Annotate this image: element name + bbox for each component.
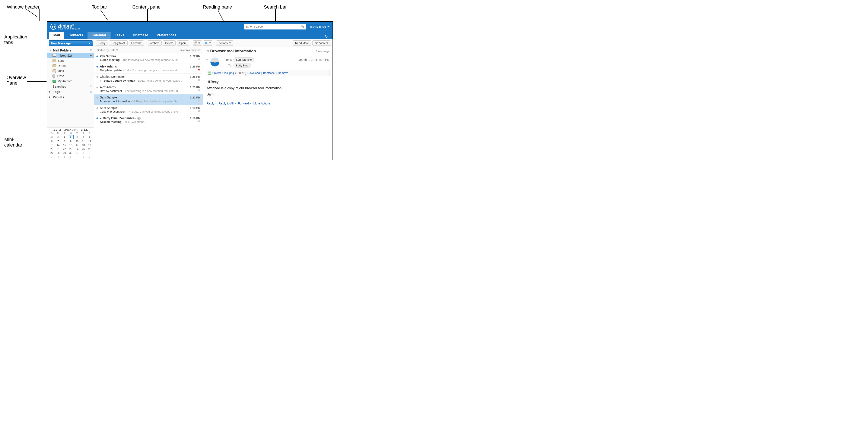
- cal-day[interactable]: 14: [55, 144, 61, 147]
- collapse-icon[interactable]: ⊟: [206, 50, 209, 52]
- reading-reply-all-link[interactable]: Reply to All: [219, 102, 234, 105]
- cal-day[interactable]: 8: [80, 155, 87, 159]
- cal-day[interactable]: 3: [49, 155, 55, 159]
- attachment-briefcase-link[interactable]: Briefcase: [263, 71, 275, 75]
- cal-day[interactable]: 7: [74, 155, 80, 159]
- message-item[interactable]: Alex Adams 1:26 PM Template update - Bet…: [94, 63, 203, 74]
- message-item[interactable]: Sam Sample 1:22 PM Browser tool informat…: [94, 94, 203, 105]
- cal-day[interactable]: 6: [49, 140, 55, 143]
- attachment-download-link[interactable]: Download: [247, 71, 260, 75]
- read-more-button[interactable]: Read More: [293, 40, 311, 46]
- message-item[interactable]: Zak Simbra 1:27 PM Lunch meeting - The f…: [94, 53, 203, 63]
- cal-day[interactable]: 30: [68, 151, 74, 155]
- cal-day[interactable]: 9: [87, 155, 93, 159]
- cal-day[interactable]: 28: [49, 135, 55, 139]
- logo[interactable]: zimbra® A SYNACOR PRODUCT: [50, 23, 80, 30]
- attachment-remove-link[interactable]: Remove: [278, 71, 288, 75]
- print-button[interactable]: [193, 40, 202, 46]
- folder-junk[interactable]: Junk: [48, 68, 94, 74]
- delete-button[interactable]: Delete: [163, 40, 176, 46]
- tag-button[interactable]: [203, 40, 212, 46]
- tab-contacts[interactable]: Contacts: [64, 32, 87, 39]
- zimlets-header[interactable]: Zimlets: [48, 94, 94, 100]
- message-item[interactable]: Charles Connector 1:25 PM ↑ Status updat…: [94, 74, 203, 84]
- cal-day[interactable]: 5: [87, 135, 93, 139]
- cal-day[interactable]: 4: [55, 155, 61, 159]
- mail-folders-header[interactable]: Mail Folders ⚙: [48, 48, 94, 53]
- reading-forward-link[interactable]: Forward: [238, 102, 249, 105]
- message-item[interactable]: ▶ Betty Blue, ZakSimbra - 3 1:18 PM Acce…: [94, 115, 203, 125]
- search-scope-dropdown[interactable]: [245, 25, 253, 28]
- attachment-name[interactable]: Browser-Tool.png: [212, 71, 234, 75]
- spam-button[interactable]: Spam: [177, 40, 189, 46]
- tab-briefcase[interactable]: Briefcase: [128, 32, 152, 39]
- cal-day[interactable]: 21: [55, 147, 61, 151]
- cal-day[interactable]: 18: [80, 144, 87, 147]
- flag-icon[interactable]: [198, 110, 200, 113]
- refresh-icon[interactable]: ↻: [322, 34, 331, 39]
- cal-day[interactable]: 12: [87, 140, 93, 143]
- cal-day[interactable]: 19: [87, 144, 93, 147]
- cal-day[interactable]: 9: [68, 140, 74, 143]
- tab-mail[interactable]: Mail: [49, 32, 64, 39]
- cal-day[interactable]: 13: [49, 144, 55, 147]
- flag-icon[interactable]: [198, 59, 200, 61]
- cal-prev-year[interactable]: ◀◀: [53, 128, 57, 132]
- cal-day[interactable]: 29: [61, 151, 68, 155]
- cal-day[interactable]: 4: [80, 135, 87, 139]
- from-chip[interactable]: Sam Sample: [234, 57, 254, 62]
- chevron-down-icon[interactable]: [90, 54, 92, 57]
- reply-all-button[interactable]: Reply to All: [109, 40, 128, 46]
- cal-day[interactable]: 10: [74, 140, 80, 143]
- cal-day[interactable]: 23: [68, 147, 74, 151]
- cal-day[interactable]: 29: [55, 135, 61, 139]
- flag-icon[interactable]: [198, 89, 200, 92]
- cal-day[interactable]: 3: [74, 135, 80, 139]
- tags-header[interactable]: Tags⚙: [48, 89, 94, 94]
- reading-more-actions-link[interactable]: More Actions: [253, 102, 271, 105]
- flag-icon[interactable]: [198, 69, 200, 72]
- gear-icon[interactable]: ⚙: [90, 85, 92, 88]
- gear-icon[interactable]: ⚙: [90, 90, 92, 93]
- cal-day[interactable]: 15: [61, 144, 68, 147]
- search-icon[interactable]: 🔍: [301, 25, 305, 28]
- tab-preferences[interactable]: Preferences: [152, 32, 181, 39]
- cal-day[interactable]: 2: [87, 151, 93, 155]
- cal-day[interactable]: 26: [87, 147, 93, 151]
- cal-day[interactable]: 11: [80, 140, 87, 143]
- folder-sent[interactable]: Sent: [48, 58, 94, 63]
- cal-day[interactable]: 17: [74, 144, 80, 147]
- message-item[interactable]: Sam Sample 1:19 PM Copy of presentation …: [94, 105, 203, 115]
- archive-button[interactable]: Archive: [148, 40, 161, 46]
- tab-tasks[interactable]: Tasks: [111, 32, 128, 39]
- forward-button[interactable]: Forward: [129, 40, 144, 46]
- actions-button[interactable]: Actions: [216, 40, 233, 46]
- flag-icon[interactable]: [198, 100, 200, 103]
- cal-day[interactable]: 22: [61, 147, 68, 151]
- folder-my[interactable]: My Archive: [48, 79, 94, 84]
- flag-icon[interactable]: [198, 120, 200, 123]
- search-bar[interactable]: 🔍: [244, 24, 306, 29]
- cal-next-month[interactable]: ▶: [81, 128, 83, 132]
- cal-day[interactable]: 8: [61, 140, 68, 143]
- cal-day[interactable]: 20: [49, 147, 55, 151]
- cal-day[interactable]: 28: [55, 151, 61, 155]
- user-menu[interactable]: Betty Blue: [310, 25, 330, 28]
- cal-day[interactable]: 1: [80, 151, 87, 155]
- flag-icon[interactable]: [198, 79, 200, 82]
- folder-trash[interactable]: Trash: [48, 74, 94, 79]
- thread-expand-icon[interactable]: ▶: [100, 117, 101, 120]
- search-input[interactable]: [254, 25, 301, 28]
- cal-day[interactable]: 2: [68, 135, 74, 139]
- gear-icon[interactable]: ⚙: [90, 49, 92, 52]
- cal-day[interactable]: 16: [68, 144, 74, 147]
- cal-prev-month[interactable]: ◀: [59, 128, 61, 132]
- folder-drafts[interactable]: Drafts: [48, 63, 94, 68]
- cal-day[interactable]: 7: [55, 140, 61, 143]
- view-button[interactable]: View: [312, 40, 331, 46]
- cal-next-year[interactable]: ▶▶: [84, 128, 88, 132]
- cal-day[interactable]: 6: [68, 155, 74, 159]
- cal-day[interactable]: 1: [61, 135, 68, 139]
- cal-day[interactable]: 31: [74, 151, 80, 155]
- tab-calendar[interactable]: Calendar: [88, 32, 111, 39]
